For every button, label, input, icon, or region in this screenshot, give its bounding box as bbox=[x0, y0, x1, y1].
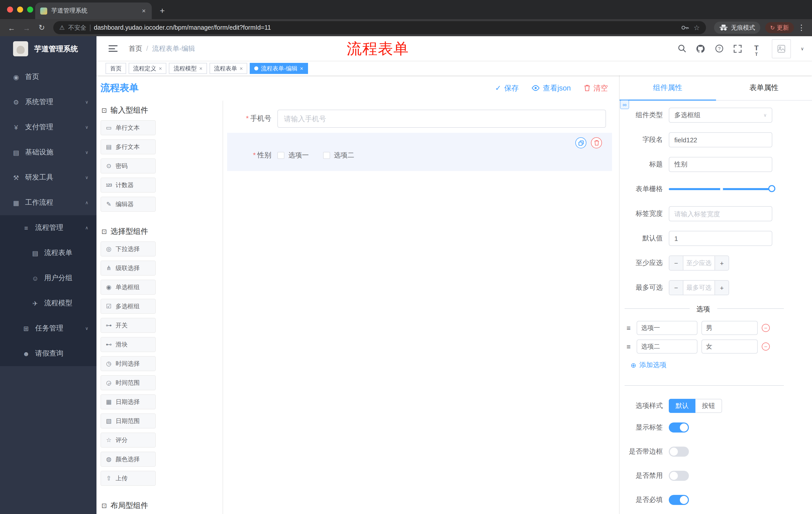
sidebar-item-payment[interactable]: ¥ 支付管理 ∨ bbox=[0, 115, 96, 140]
sidebar-item-process-management[interactable]: ≡ 流程管理 ∧ bbox=[0, 215, 96, 240]
decrease-button[interactable]: − bbox=[669, 281, 684, 295]
browser-update-button[interactable]: ↻ 更新 bbox=[765, 22, 794, 33]
component-type-select[interactable]: 多选框组 ∨ bbox=[669, 108, 772, 123]
palette-item-time-picker[interactable]: ◷时间选择 bbox=[100, 356, 156, 371]
tag-process-form-edit[interactable]: 流程表单-编辑 × bbox=[250, 63, 308, 74]
tag-process-definition[interactable]: 流程定义 × bbox=[128, 63, 167, 74]
checkbox-option-1[interactable]: 选项一 bbox=[278, 151, 309, 160]
sidebar-item-user-group[interactable]: ☺ 用户分组 bbox=[0, 266, 96, 291]
sidebar-item-home[interactable]: ◉ 首页 bbox=[0, 64, 96, 89]
default-value-input[interactable] bbox=[669, 231, 772, 246]
clear-button[interactable]: 清空 bbox=[584, 83, 608, 93]
tag-close-icon[interactable]: × bbox=[240, 65, 243, 72]
fullscreen-icon[interactable] bbox=[733, 44, 743, 54]
palette-item-time-range[interactable]: ◶时间范围 bbox=[100, 375, 156, 390]
palette-item-rate[interactable]: ☆评分 bbox=[100, 433, 156, 448]
drag-option-icon[interactable]: ≡ bbox=[625, 343, 633, 351]
font-size-icon[interactable]: TT bbox=[751, 44, 761, 54]
tag-home[interactable]: 首页 bbox=[106, 63, 126, 74]
minimize-window-button[interactable] bbox=[17, 6, 23, 12]
forward-button[interactable]: → bbox=[20, 23, 33, 32]
tab-component-props[interactable]: 组件属性 bbox=[619, 76, 716, 100]
option-value-input[interactable] bbox=[701, 340, 758, 354]
sidebar-item-process-model[interactable]: ✈ 流程模型 bbox=[0, 291, 96, 316]
checkbox-option-2[interactable]: 选项二 bbox=[323, 151, 354, 160]
palette-item-slider[interactable]: ⊷滑块 bbox=[100, 337, 156, 352]
slider-handle[interactable] bbox=[768, 185, 775, 192]
sidebar-item-infrastructure[interactable]: ▤ 基础设施 ∨ bbox=[0, 140, 96, 165]
github-icon[interactable] bbox=[696, 44, 706, 54]
reload-button[interactable]: ↻ bbox=[35, 23, 48, 32]
save-button[interactable]: ✓ 保存 bbox=[495, 83, 519, 93]
tag-close-icon[interactable]: × bbox=[300, 65, 303, 72]
password-key-icon[interactable] bbox=[680, 23, 690, 33]
title-input[interactable] bbox=[669, 157, 772, 172]
copy-field-button[interactable] bbox=[575, 137, 586, 148]
url-text[interactable]: dashboard.yudao.iocoder.cn/bpm/manager/f… bbox=[94, 24, 676, 31]
option-label-input[interactable] bbox=[637, 340, 697, 354]
palette-item-radio-group[interactable]: ◉单选框组 bbox=[100, 280, 156, 295]
remove-option-button[interactable]: − bbox=[762, 343, 770, 351]
grid-slider[interactable] bbox=[669, 182, 775, 197]
tag-close-icon[interactable]: × bbox=[159, 65, 162, 72]
sidebar-item-workflow[interactable]: ▦ 工作流程 ∧ bbox=[0, 190, 96, 215]
palette-item-checkbox-group[interactable]: ☑多选框组 bbox=[100, 299, 156, 314]
palette-item-switch[interactable]: ⊶开关 bbox=[100, 318, 156, 333]
option-value-input[interactable] bbox=[701, 321, 758, 335]
sidebar-item-devtools[interactable]: ⚒ 研发工具 ∨ bbox=[0, 165, 96, 190]
tag-close-icon[interactable]: × bbox=[199, 65, 203, 72]
close-window-button[interactable] bbox=[7, 6, 13, 12]
sidebar-logo-row[interactable]: 芋道管理系统 bbox=[0, 36, 96, 61]
avatar-caret-icon[interactable]: ∨ bbox=[801, 46, 804, 51]
delete-field-button[interactable] bbox=[591, 137, 602, 148]
remove-option-button[interactable]: − bbox=[762, 324, 770, 332]
canvas-field-phone[interactable]: *手机号 bbox=[227, 110, 606, 128]
sidebar-item-leave-query[interactable]: ☻ 请假查询 bbox=[0, 341, 96, 366]
browser-tab[interactable]: 芋道管理系统 × bbox=[35, 2, 152, 19]
canvas-field-gender-selected[interactable]: *性别 选项一 选项二 bbox=[227, 133, 612, 171]
add-option-button[interactable]: ⊕ 添加选项 bbox=[631, 360, 782, 370]
decrease-button[interactable]: − bbox=[669, 256, 684, 270]
palette-item-cascader[interactable]: ⋔级联选择 bbox=[100, 261, 156, 276]
browser-menu-icon[interactable]: ⋮ bbox=[796, 23, 807, 32]
palette-item-counter[interactable]: 123计数器 bbox=[100, 178, 156, 193]
stepper-placeholder[interactable]: 至少应选 bbox=[684, 256, 715, 270]
palette-item-upload[interactable]: ⇧上传 bbox=[100, 471, 156, 486]
sidebar-item-task-management[interactable]: ⊞ 任务管理 ∨ bbox=[0, 316, 96, 341]
bookmark-star-icon[interactable]: ☆ bbox=[693, 24, 700, 32]
palette-item-date-picker[interactable]: ▦日期选择 bbox=[100, 394, 156, 409]
tag-process-form[interactable]: 流程表单 × bbox=[209, 63, 248, 74]
label-width-input[interactable] bbox=[669, 206, 772, 221]
palette-item-color-picker[interactable]: ◍颜色选择 bbox=[100, 452, 156, 467]
link-icon[interactable]: ∞ bbox=[620, 100, 629, 109]
sidebar-item-process-form[interactable]: ▤ 流程表单 bbox=[0, 240, 96, 266]
avatar[interactable] bbox=[772, 39, 791, 58]
palette-item-input-text[interactable]: ▭单行文本 bbox=[100, 120, 156, 135]
increase-button[interactable]: + bbox=[715, 256, 729, 270]
tab-form-props[interactable]: 表单属性 bbox=[716, 76, 812, 100]
view-json-button[interactable]: 查看json bbox=[532, 83, 571, 93]
breadcrumb-home[interactable]: 首页 bbox=[128, 44, 142, 53]
increase-button[interactable]: + bbox=[715, 281, 729, 295]
address-bar[interactable]: ⚠ 不安全 dashboard.yudao.iocoder.cn/bpm/man… bbox=[53, 21, 706, 34]
style-default-button[interactable]: 默认 bbox=[669, 399, 695, 413]
drag-option-icon[interactable]: ≡ bbox=[625, 324, 633, 332]
tab-close-icon[interactable]: × bbox=[141, 7, 147, 15]
palette-item-password[interactable]: ⊙密码 bbox=[100, 158, 156, 173]
palette-item-editor[interactable]: ✎编辑器 bbox=[100, 197, 156, 212]
new-tab-button[interactable]: + bbox=[160, 6, 165, 15]
stepper-placeholder[interactable]: 最多可选 bbox=[684, 281, 715, 295]
style-button-button[interactable]: 按钮 bbox=[695, 399, 722, 413]
field-name-input[interactable] bbox=[669, 132, 772, 147]
palette-item-textarea[interactable]: ▤多行文本 bbox=[100, 139, 156, 154]
palette-item-date-range[interactable]: ▧日期范围 bbox=[100, 413, 156, 429]
option-label-input[interactable] bbox=[637, 321, 697, 335]
maximize-window-button[interactable] bbox=[27, 6, 33, 12]
required-switch[interactable] bbox=[669, 495, 689, 505]
search-icon[interactable] bbox=[677, 44, 687, 54]
show-label-switch[interactable] bbox=[669, 423, 689, 433]
disabled-switch[interactable] bbox=[669, 471, 689, 481]
back-button[interactable]: ← bbox=[5, 23, 18, 32]
palette-item-select[interactable]: ◎下拉选择 bbox=[100, 241, 156, 256]
help-icon[interactable]: ? bbox=[714, 44, 724, 54]
